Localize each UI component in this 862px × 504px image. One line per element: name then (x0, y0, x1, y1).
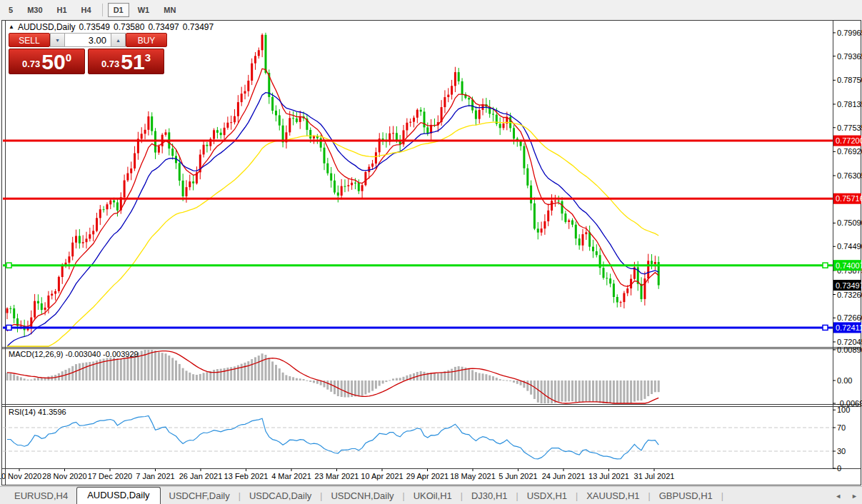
sell-price-main: 50 (41, 52, 65, 72)
rsi-axis-tick-label: 70 (837, 423, 846, 432)
date-axis-label: 29 Apr 2021 (406, 472, 448, 480)
level-anchor-handle[interactable] (823, 325, 828, 330)
buy-price-box[interactable]: 0.73 51 3 (88, 49, 164, 74)
macd-axis-tick-label: 0.008903 (837, 346, 862, 354)
rsi-indicator-label: RSI(14) 41.3596 (9, 408, 66, 416)
price-axis-tick-label: 0.77535 (837, 124, 862, 132)
price-axis-tick-label: 0.73260 (837, 291, 862, 299)
price-axis-tick-label: 0.78135 (837, 100, 862, 109)
level-anchor-handle[interactable] (823, 263, 828, 268)
level-price-label: 0.77200 (836, 136, 862, 145)
candlestick-series (6, 33, 660, 337)
date-axis-label: 7 Jan 2021 (136, 472, 174, 480)
ma-line-slow-ma (7, 122, 658, 346)
date-axis-label: 10 Nov 2020 (0, 472, 41, 480)
macd-indicator-label: MACD(12,26,9) -0.003040 -0.003929 (9, 350, 139, 358)
macd-signal-line (7, 351, 658, 403)
buy-button[interactable]: BUY (126, 33, 167, 47)
rsi-axis-tick-label: 100 (837, 405, 850, 414)
volume-increase-button[interactable]: ▲ (111, 33, 126, 47)
date-axis-label: 10 Apr 2021 (361, 472, 403, 480)
rsi-axis-tick-label: 30 (837, 447, 846, 455)
buy-price-main: 51 (121, 52, 144, 72)
buy-price-pip: 3 (145, 51, 151, 64)
rsi-axis-tick-label: 0 (837, 464, 841, 473)
date-axis-label: 5 Jun 2021 (498, 472, 537, 480)
bar-open-value: 0.73549 (79, 22, 110, 32)
date-axis-label: 4 Mar 2021 (271, 472, 311, 480)
level-anchor-handle[interactable] (6, 325, 11, 330)
rsi-line (7, 415, 658, 459)
sell-price-prefix: 0.73 (22, 59, 40, 69)
level-price-label: 0.72411 (836, 323, 862, 332)
price-axis-tick-label: 0.72660 (837, 313, 862, 322)
bar-low-value: 0.73497 (148, 22, 179, 32)
date-axis-label: 24 Jun 2021 (542, 472, 586, 480)
one-click-trade-panel: SELL ▼ ▲ BUY 0.73 50 0 0.73 51 3 (9, 33, 167, 74)
current-price-label: 0.73497 (836, 281, 862, 290)
macd-axis-tick-label: 0.00 (837, 376, 852, 385)
price-axis-tick-label: 0.79365 (837, 52, 862, 61)
price-axis-tick-label: 0.74490 (837, 242, 862, 251)
sell-price-pip: 0 (66, 51, 71, 64)
bar-close-value: 0.73497 (183, 22, 214, 32)
ma-line-mid-ma (7, 93, 658, 346)
collapse-triangle-icon[interactable]: ▲ (9, 24, 14, 30)
trading-platform-screen: 5M30H1H4D1W1MN MACD(12,26,9) -0.003040 -… (0, 0, 862, 504)
price-axis-tick-label: 0.78750 (837, 76, 862, 84)
date-axis-label: 18 May 2021 (450, 472, 496, 480)
date-axis-label: 13 Jul 2021 (588, 472, 629, 480)
chart-title: ▲ AUDUSD,Daily 0.73549 0.73580 0.73497 0… (9, 22, 214, 32)
date-axis-label: 28 Nov 2020 (42, 472, 86, 480)
date-axis-label: 17 Dec 2020 (88, 472, 132, 480)
price-axis-tick-label: 0.75090 (837, 218, 862, 227)
price-axis-tick-label: 0.76920 (837, 147, 862, 156)
date-axis-label: 13 Feb 2021 (224, 472, 269, 480)
date-axis-label: 31 Jul 2021 (634, 472, 675, 480)
sell-button[interactable]: SELL (9, 33, 50, 47)
level-price-label: 0.75716 (836, 194, 862, 203)
bar-high-value: 0.73580 (114, 22, 144, 32)
level-price-label: 0.74007 (836, 261, 862, 270)
date-axis-label: 26 Jan 2021 (179, 472, 223, 480)
volume-decrease-button[interactable]: ▼ (50, 33, 65, 47)
price-axis-tick-label: 0.79965 (837, 29, 862, 37)
ma-line-fast-ma (7, 69, 658, 331)
price-axis-tick-label: 0.76305 (837, 171, 862, 180)
price-axis-tick-label: 0.72045 (837, 338, 862, 346)
sell-price-box[interactable]: 0.73 50 0 (9, 49, 85, 74)
date-axis-label: 23 Mar 2021 (315, 472, 359, 480)
chart-canvas[interactable]: MACD(12,26,9) -0.003040 -0.0039290.00890… (0, 0, 862, 504)
buy-price-prefix: 0.73 (101, 59, 119, 69)
chart-symbol-label: AUDUSD,Daily (18, 22, 76, 32)
volume-input[interactable] (65, 33, 111, 47)
level-anchor-handle[interactable] (6, 263, 11, 268)
